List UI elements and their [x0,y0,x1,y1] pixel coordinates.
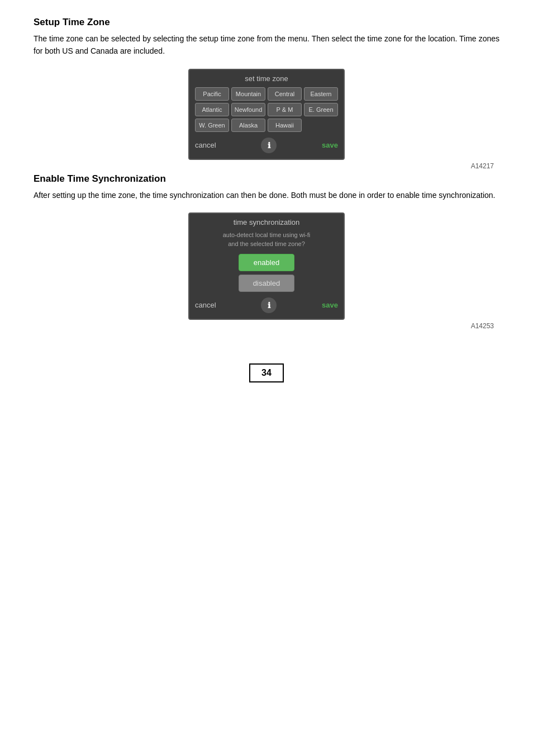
dialog2-figure-label: A14253 [343,322,499,330]
tz-hawaii[interactable]: Hawaii [268,119,302,132]
tz-alaska[interactable]: Alaska [231,119,265,132]
dialog1-save-button[interactable]: save [322,141,338,149]
dialog2-info-button[interactable]: ℹ [261,297,277,313]
section2-body: After setting up the time zone, the time… [34,189,499,201]
dialog2-subtitle: auto-detect local time using wi-fiand th… [195,231,338,248]
timezone-row-2: Atlantic Newfound P & M E. Green [195,103,338,116]
dialog1-figure-label: A14217 [343,162,499,170]
page-number: 34 [249,363,284,382]
tz-wgreen[interactable]: W. Green [195,119,229,132]
dialog2-save-button[interactable]: save [322,301,338,309]
tz-pacific[interactable]: Pacific [195,87,229,101]
tz-atlantic[interactable]: Atlantic [195,103,229,116]
dialog1-footer: cancel ℹ save [195,138,338,153]
sync-enabled-button[interactable]: enabled [239,254,294,271]
tz-empty [304,119,338,132]
section2-title: Enable Time Synchronization [34,173,499,185]
time-sync-dialog: time synchronization auto-detect local t… [34,212,499,330]
section1-title: Setup Time Zone [34,17,499,28]
dialog1-title: set time zone [195,74,338,83]
tz-egreen[interactable]: E. Green [304,103,338,116]
dialog2-footer: cancel ℹ save [195,297,338,313]
dialog1-cancel-button[interactable]: cancel [195,141,216,149]
tz-pm[interactable]: P & M [268,103,302,116]
dialog-box-timezone: set time zone Pacific Mountain Central E… [188,69,345,160]
tz-newfound[interactable]: Newfound [231,103,265,116]
sync-options: enabled disabled [195,254,338,292]
timezone-row-1: Pacific Mountain Central Eastern [195,87,338,101]
dialog2-cancel-button[interactable]: cancel [195,301,216,309]
timezone-row-3: W. Green Alaska Hawaii [195,119,338,132]
dialog2-title: time synchronization [195,218,338,226]
tz-central[interactable]: Central [268,87,302,101]
page-number-wrapper: 34 [34,363,499,382]
dialog-box-sync: time synchronization auto-detect local t… [188,212,345,320]
sync-disabled-button[interactable]: disabled [239,275,294,292]
dialog1-info-button[interactable]: ℹ [261,138,277,153]
tz-mountain[interactable]: Mountain [231,87,265,101]
section1-body: The time zone can be selected by selecti… [34,32,499,58]
set-time-zone-dialog: set time zone Pacific Mountain Central E… [34,69,499,170]
tz-eastern[interactable]: Eastern [304,87,338,101]
